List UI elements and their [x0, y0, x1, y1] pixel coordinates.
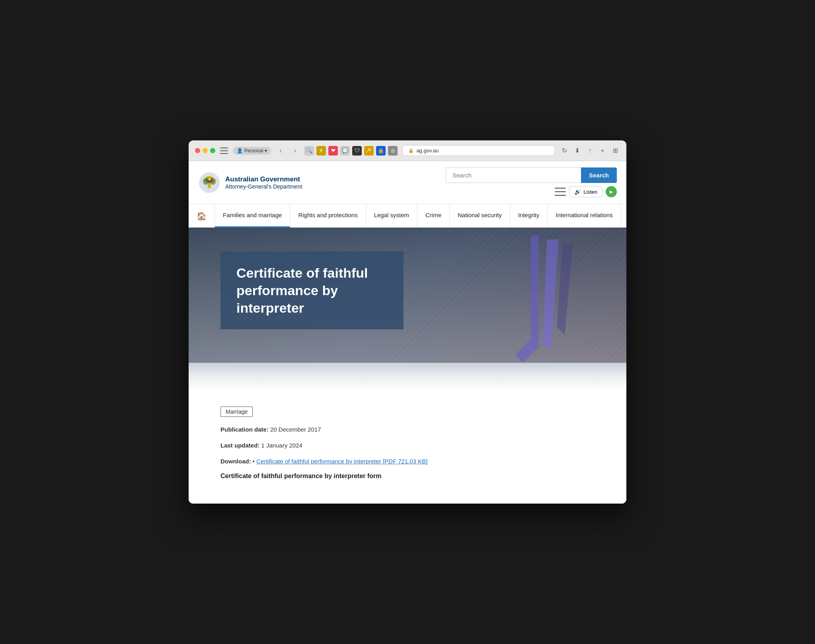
maximize-button[interactable]	[210, 148, 215, 153]
download-label: Download:	[220, 458, 251, 465]
search-button[interactable]: Search	[581, 167, 617, 183]
back-button[interactable]: ‹	[276, 146, 285, 156]
nav-item-label: Legal system	[374, 211, 409, 219]
download-button[interactable]: ⬇	[572, 146, 582, 156]
publication-value: 20 December 2017	[270, 426, 321, 433]
chat-icon[interactable]: 💬	[340, 146, 350, 156]
gov-title-main: Australian Government	[225, 175, 302, 183]
address-bar[interactable]: 🔒 ag.gov.au	[402, 145, 555, 156]
profile-label: Personal	[244, 148, 263, 154]
hero-fade-2	[189, 375, 626, 383]
reload-button[interactable]: ↻	[560, 146, 569, 156]
listen-bar: 🔊 Listen ▶	[555, 186, 617, 197]
svg-marker-8	[515, 235, 539, 363]
hero-section: Certificate of faithful performance by i…	[189, 228, 626, 363]
site-header: ★ Australian Government Attorney-General…	[189, 161, 626, 204]
download-link[interactable]: Certificate of faithful performance by i…	[256, 458, 427, 465]
nav-item-crime[interactable]: Crime	[417, 204, 450, 228]
search-area: Search 🔊 Listen ▶	[446, 167, 617, 197]
nav-items: Families and marriage Rights and protect…	[215, 204, 626, 228]
hero-fade	[189, 363, 626, 375]
bitwarden-icon[interactable]: 🔒	[376, 146, 386, 156]
svg-rect-3	[208, 183, 211, 188]
forward-button[interactable]: ›	[290, 146, 300, 156]
nav-item-label: Integrity	[518, 211, 539, 219]
play-button[interactable]: ▶	[606, 186, 617, 197]
nav-item-legal-system[interactable]: Legal system	[366, 204, 417, 228]
nav-item-rights-protections[interactable]: Rights and protections	[290, 204, 366, 228]
addon-icon[interactable]: ◎	[388, 146, 398, 156]
new-tab-button[interactable]: +	[598, 146, 607, 156]
nav-item-label: Rights and protections	[298, 211, 357, 219]
speaker-icon: 🔊	[574, 189, 581, 195]
svg-marker-9	[543, 239, 559, 351]
hero-fade-3	[189, 383, 626, 391]
nav-item-label: International relations	[556, 211, 612, 219]
close-button[interactable]	[195, 148, 200, 153]
download-row: Download: • Certificate of faithful perf…	[220, 457, 595, 466]
profile-icon: 👤	[237, 148, 243, 154]
listen-label: Listen	[583, 189, 597, 195]
site-content: ★ Australian Government Attorney-General…	[189, 161, 626, 504]
home-icon: 🏠	[197, 211, 207, 221]
share-button[interactable]: ↑	[585, 146, 595, 156]
ribbon-decoration	[507, 235, 595, 363]
hero-title-box: Certificate of faithful performance by i…	[220, 251, 404, 330]
updated-value: 1 January 2024	[261, 442, 302, 449]
search-input[interactable]	[446, 167, 581, 183]
hero-title: Certificate of faithful performance by i…	[236, 264, 388, 317]
nav-item-national-security[interactable]: National security	[450, 204, 510, 228]
sidebar-toggle-button[interactable]	[220, 148, 228, 154]
chevron-down-icon: ▾	[265, 148, 267, 154]
coat-of-arms-logo: ★	[198, 171, 220, 194]
publication-date-row: Publication date: 20 December 2017	[220, 425, 595, 434]
traffic-lights	[195, 148, 215, 153]
content-area: Marriage Publication date: 20 December 2…	[189, 391, 626, 504]
nav-item-label: National security	[458, 211, 502, 219]
toolbar-icons: 🔍 ⚜ ❤ 💬 🛡 🔑 🔒 ◎	[304, 146, 398, 156]
pocket-icon[interactable]: ❤	[328, 146, 338, 156]
url-text: ag.gov.au	[416, 148, 439, 154]
gov-name: Australian Government Attorney-General's…	[225, 175, 302, 190]
menu-icon[interactable]	[555, 188, 566, 196]
key-icon[interactable]: 🔑	[364, 146, 374, 156]
nav-item-integrity[interactable]: Integrity	[510, 204, 548, 228]
publication-label: Publication date:	[220, 426, 269, 433]
logo-area: ★ Australian Government Attorney-General…	[198, 171, 302, 194]
search-bar: Search	[446, 167, 617, 183]
nav-item-label: Families and marriage	[223, 211, 282, 219]
gov-title-sub: Attorney-General's Department	[225, 183, 302, 190]
svg-marker-10	[557, 243, 573, 335]
minimize-button[interactable]	[203, 148, 208, 153]
extensions-icon[interactable]: ⚜	[316, 146, 326, 156]
shield-icon[interactable]: 🛡	[352, 146, 362, 156]
nav-home-button[interactable]: 🏠	[189, 204, 215, 228]
listen-button[interactable]: 🔊 Listen	[569, 186, 602, 197]
browser-window: 👤 Personal ▾ ‹ › 🔍 ⚜ ❤ 💬 🛡 🔑 🔒 ◎ 🔒 ag.go…	[189, 140, 626, 504]
section-heading: Certificate of faithful performance by i…	[220, 473, 595, 480]
browser-titlebar: 👤 Personal ▾ ‹ › 🔍 ⚜ ❤ 💬 🛡 🔑 🔒 ◎ 🔒 ag.go…	[189, 140, 626, 161]
nav-item-families-marriage[interactable]: Families and marriage	[215, 204, 290, 228]
site-nav: 🏠 Families and marriage Rights and prote…	[189, 204, 626, 228]
lock-icon: 🔒	[408, 148, 414, 153]
search-icon[interactable]: 🔍	[304, 146, 314, 156]
bullet: •	[253, 458, 256, 465]
nav-item-label: Crime	[425, 211, 441, 219]
tag-badge[interactable]: Marriage	[220, 407, 253, 417]
last-updated-row: Last updated: 1 January 2024	[220, 441, 595, 450]
profile-pill[interactable]: 👤 Personal ▾	[233, 147, 271, 155]
play-icon: ▶	[610, 189, 613, 195]
tab-overview-button[interactable]: ⊞	[610, 146, 620, 156]
nav-item-international-relations[interactable]: International relations	[548, 204, 621, 228]
right-controls: ↻ ⬇ ↑ + ⊞	[560, 146, 620, 156]
updated-label: Last updated:	[220, 442, 259, 449]
